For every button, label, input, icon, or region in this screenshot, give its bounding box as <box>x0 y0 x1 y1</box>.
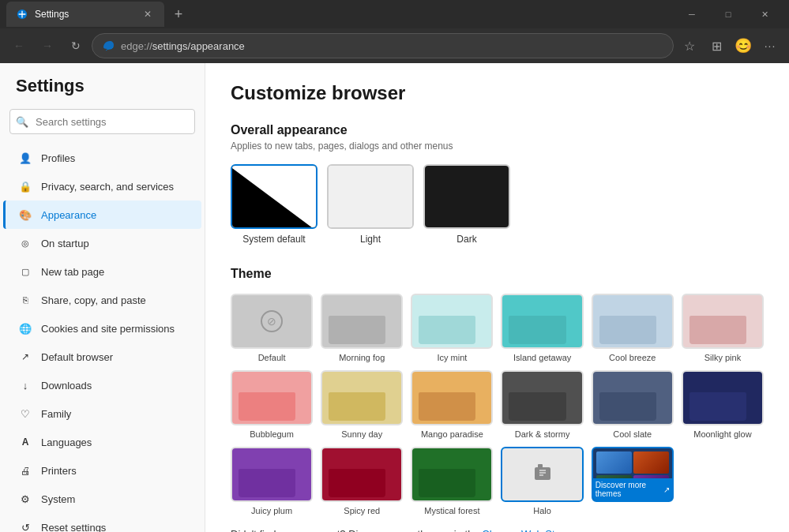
appearance-dark[interactable]: Dark <box>423 164 510 245</box>
discover-themes-card[interactable]: Discover more themes ↗ . <box>592 447 674 515</box>
search-input[interactable] <box>9 109 195 134</box>
theme-label: Mystical forest <box>411 506 493 515</box>
halo-icon <box>532 461 554 488</box>
theme-island-getaway[interactable]: Island getaway <box>501 294 583 362</box>
sidebar-item-default-browser[interactable]: ↗ Default browser <box>3 343 201 371</box>
theme-sunny-day[interactable]: Sunny day <box>321 370 403 439</box>
theme-mango-paradise[interactable]: Mango paradise <box>411 370 493 439</box>
sidebar-item-newtab[interactable]: ▢ New tab page <box>3 257 201 286</box>
default-theme-preview: ⊘ <box>231 294 313 349</box>
maximize-button[interactable]: □ <box>710 0 746 28</box>
sidebar-item-label: On startup <box>41 238 89 249</box>
morning-fog-preview <box>321 294 403 349</box>
search-box: 🔍 <box>9 109 195 134</box>
svg-rect-2 <box>538 464 543 469</box>
folder-graphic <box>502 295 581 347</box>
tab-close-button[interactable]: ✕ <box>141 7 155 21</box>
theme-juicy-plum[interactable]: Juicy plum <box>231 447 313 515</box>
sidebar-item-languages[interactable]: A Languages <box>3 428 201 456</box>
sidebar-item-cookies[interactable]: 🌐 Cookies and site permissions <box>3 314 201 343</box>
newtab-icon: ▢ <box>19 265 32 278</box>
sidebar-item-family[interactable]: ♡ Family <box>3 399 201 428</box>
back-button[interactable]: ← <box>6 33 32 58</box>
profiles-icon: 👤 <box>19 152 32 164</box>
sidebar-item-profiles[interactable]: 👤 Profiles <box>3 144 201 172</box>
theme-label: Default <box>231 353 313 362</box>
sidebar-item-printers[interactable]: 🖨 Printers <box>3 456 201 485</box>
sidebar-item-privacy[interactable]: 🔒 Privacy, search, and services <box>3 172 201 200</box>
theme-label: Island getaway <box>501 353 583 362</box>
theme-cool-breeze[interactable]: Cool breeze <box>592 294 674 362</box>
folder-graphic <box>412 295 491 347</box>
mystical-forest-preview <box>411 447 493 502</box>
sidebar-item-label: Default browser <box>41 351 113 363</box>
sidebar-item-label: Downloads <box>41 380 92 392</box>
folder-graphic <box>232 448 311 500</box>
chrome-store-text: Didn't find one you want? Discover more … <box>231 528 482 532</box>
theme-dark-stormy[interactable]: Dark & stormy <box>501 370 583 439</box>
chrome-store-link[interactable]: Chrome Web Store <box>482 528 569 532</box>
theme-cool-slate[interactable]: Cool slate <box>592 370 674 439</box>
overall-appearance-title: Overall appearance <box>231 123 764 137</box>
menu-button[interactable]: ··· <box>757 33 783 58</box>
sidebar-item-label: Privacy, search, and services <box>41 181 174 193</box>
collections-button[interactable]: ⊞ <box>704 33 729 58</box>
theme-spicy-red[interactable]: Spicy red <box>321 447 403 515</box>
theme-silky-pink[interactable]: Silky pink <box>682 294 764 362</box>
browser-frame: Settings ✕ + ─ □ ✕ ← → ↻ edge://settings… <box>0 0 789 532</box>
browser-tab[interactable]: Settings ✕ <box>6 2 164 27</box>
folder-graphic <box>502 372 581 424</box>
refresh-button[interactable]: ↻ <box>63 33 88 58</box>
theme-moonlight-glow[interactable]: Moonlight glow <box>682 370 764 439</box>
account-button[interactable]: 😊 <box>731 33 756 58</box>
sidebar-title: Settings <box>0 76 205 109</box>
appearance-options: System default Light Dark <box>231 164 764 245</box>
appearance-icon: 🎨 <box>19 208 32 221</box>
sidebar-item-share[interactable]: ⎘ Share, copy, and paste <box>3 286 201 314</box>
theme-default[interactable]: ⊘ Default <box>231 294 313 362</box>
forward-button[interactable]: → <box>35 33 60 58</box>
favorites-button[interactable]: ☆ <box>677 33 702 58</box>
themes-title: Theme <box>231 267 764 281</box>
appearance-light[interactable]: Light <box>327 164 414 245</box>
close-button[interactable]: ✕ <box>746 0 783 28</box>
theme-bubblegum[interactable]: Bubblegum <box>231 370 313 439</box>
dark-stormy-preview <box>501 370 583 425</box>
island-getaway-preview <box>501 294 583 349</box>
sidebar-item-reset[interactable]: ↺ Reset settings <box>3 513 201 532</box>
folder-graphic <box>322 448 401 500</box>
folder-graphic <box>232 372 311 424</box>
sidebar-item-label: System <box>41 493 75 505</box>
dark-label: Dark <box>423 234 510 245</box>
chrome-store-section: Didn't find one you want? Discover more … <box>231 528 764 532</box>
minimize-button[interactable]: ─ <box>674 0 710 28</box>
cool-slate-preview <box>592 370 674 425</box>
theme-mystical-forest[interactable]: Mystical forest <box>411 447 493 515</box>
sidebar-item-startup[interactable]: ◎ On startup <box>3 229 201 257</box>
search-icon: 🔍 <box>16 116 28 128</box>
address-bar[interactable]: edge://settings/appearance <box>92 33 674 58</box>
sidebar-item-appearance[interactable]: 🎨 Appearance <box>3 200 201 229</box>
appearance-system-default[interactable]: System default <box>231 164 317 245</box>
sidebar-item-system[interactable]: ⚙ System <box>3 485 201 513</box>
languages-icon: A <box>19 436 32 448</box>
folder-graphic <box>412 372 491 424</box>
sidebar-item-downloads[interactable]: ↓ Downloads <box>3 371 201 399</box>
sidebar-item-label: Printers <box>41 465 77 477</box>
nav-bar: ← → ↻ edge://settings/appearance ☆ ⊞ 😊 ·… <box>0 28 789 63</box>
share-icon: ⎘ <box>19 294 32 306</box>
cookies-icon: 🌐 <box>19 322 32 335</box>
theme-icy-mint[interactable]: Icy mint <box>411 294 493 362</box>
sidebar-item-label: Share, copy, and paste <box>41 294 146 306</box>
system-default-label: System default <box>231 234 317 245</box>
new-tab-button[interactable]: + <box>167 3 190 25</box>
folder-graphic <box>593 295 672 347</box>
theme-morning-fog[interactable]: Morning fog <box>321 294 403 362</box>
light-graphic <box>329 166 412 227</box>
sidebar-item-label: Appearance <box>41 209 96 221</box>
theme-label: Moonlight glow <box>682 429 764 439</box>
dark-preview <box>423 164 510 229</box>
title-bar: Settings ✕ + ─ □ ✕ <box>0 0 789 28</box>
theme-halo[interactable]: Halo <box>501 447 583 515</box>
mango-paradise-preview <box>411 370 493 425</box>
